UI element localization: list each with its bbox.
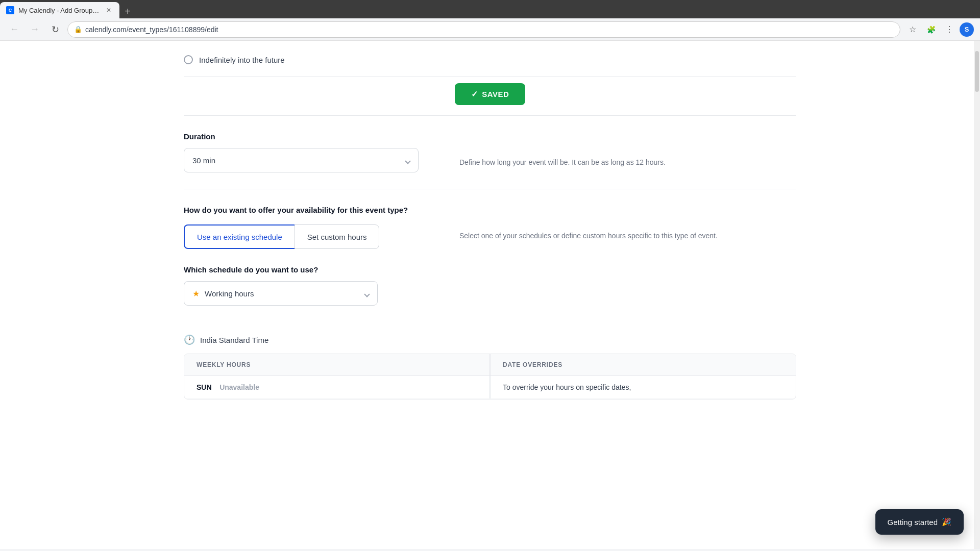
indefinitely-radio[interactable] <box>184 55 193 64</box>
schedule-toggle: Use an existing schedule Set custom hour… <box>184 224 439 249</box>
saved-button[interactable]: ✓ SAVED <box>455 83 526 105</box>
schedule-select-left: ★ Working hours <box>192 289 254 298</box>
bookmark-button[interactable]: ☆ <box>904 21 921 38</box>
schedule-select[interactable]: ★ Working hours <box>184 281 378 306</box>
day-value: Unavailable <box>219 383 259 391</box>
availability-section: How do you want to offer your availabili… <box>184 189 796 322</box>
availability-help-text: Select one of your schedules or define c… <box>459 230 796 241</box>
saved-label: SAVED <box>482 90 509 98</box>
duration-help-text: Define how long your event will be. It c… <box>459 157 796 168</box>
back-button[interactable]: ← <box>6 21 22 38</box>
security-lock-icon: 🔒 <box>74 26 82 33</box>
schedule-chevron-icon <box>365 289 369 298</box>
url-text: calendly.com/event_types/161108899/edit <box>85 26 218 34</box>
page-content: Indefinitely into the future ✓ SAVED Dur… <box>0 41 980 549</box>
getting-started-emoji: 🎉 <box>942 517 951 527</box>
day-cell: SUN Unavailable <box>184 376 490 398</box>
day-label: SUN <box>197 383 212 391</box>
duration-section: Duration 30 min Define how long your eve… <box>184 116 796 189</box>
availability-left: How do you want to offer your availabili… <box>184 206 439 306</box>
forward-button[interactable]: → <box>27 21 43 38</box>
use-existing-schedule-button[interactable]: Use an existing schedule <box>184 224 295 249</box>
active-tab[interactable]: C My Calendly - Add Group Event ✕ <box>0 2 119 18</box>
indefinitely-option: Indefinitely into the future <box>184 41 796 77</box>
tab-title: My Calendly - Add Group Event <box>18 7 100 14</box>
date-overrides-col-header: DATE OVERRIDES <box>490 354 796 376</box>
availability-question: How do you want to offer your availabili… <box>184 206 439 214</box>
scrollbar-thumb <box>975 51 979 92</box>
override-text-cell: To override your hours on specific dates… <box>490 376 796 398</box>
weekly-hours-col-header: WEEKLY HOURS <box>184 354 490 376</box>
duration-left: Duration 30 min <box>184 132 439 172</box>
nav-actions: ☆ 🧩 ⋮ S <box>904 21 974 38</box>
timezone-section: 🕐 India Standard Time WEEKLY HOURS DATE … <box>184 322 796 404</box>
timezone-label: India Standard Time <box>200 336 268 344</box>
duration-chevron-icon <box>406 156 410 165</box>
duration-select[interactable]: 30 min <box>184 148 419 172</box>
getting-started-toast[interactable]: Getting started 🎉 <box>875 509 964 535</box>
set-custom-hours-button[interactable]: Set custom hours <box>295 224 380 249</box>
hours-table-header: WEEKLY HOURS DATE OVERRIDES <box>184 354 796 376</box>
saved-check-icon: ✓ <box>471 89 478 99</box>
duration-value: 30 min <box>192 156 215 165</box>
duration-label: Duration <box>184 132 439 141</box>
address-bar[interactable]: 🔒 calendly.com/event_types/161108899/edi… <box>67 21 900 38</box>
override-text: To override your hours on specific dates… <box>503 383 631 391</box>
tab-close-button[interactable]: ✕ <box>104 6 113 15</box>
scrollbar[interactable] <box>974 41 980 549</box>
menu-button[interactable]: ⋮ <box>941 21 958 38</box>
availability-right: Select one of your schedules or define c… <box>459 206 796 306</box>
nav-bar: ← → ↻ 🔒 calendly.com/event_types/1611088… <box>0 18 980 41</box>
indefinitely-label: Indefinitely into the future <box>199 56 285 64</box>
timezone-icon: 🕐 <box>184 334 195 345</box>
timezone-row: 🕐 India Standard Time <box>184 334 796 345</box>
profile-avatar[interactable]: S <box>960 22 974 37</box>
reload-button[interactable]: ↻ <box>47 21 63 38</box>
getting-started-label: Getting started <box>888 518 938 527</box>
tab-bar: C My Calendly - Add Group Event ✕ + <box>0 0 980 18</box>
new-tab-button[interactable]: + <box>119 4 136 18</box>
which-schedule-label: Which schedule do you want to use? <box>184 265 439 274</box>
extensions-button[interactable]: 🧩 <box>923 21 939 38</box>
saved-banner: ✓ SAVED <box>184 77 796 115</box>
table-row: SUN Unavailable To override your hours o… <box>184 376 796 399</box>
tab-favicon: C <box>6 6 14 14</box>
star-icon: ★ <box>192 289 200 298</box>
schedule-value: Working hours <box>205 289 254 298</box>
hours-table: WEEKLY HOURS DATE OVERRIDES SUN Unavaila… <box>184 354 796 399</box>
duration-right: Define how long your event will be. It c… <box>459 132 796 172</box>
